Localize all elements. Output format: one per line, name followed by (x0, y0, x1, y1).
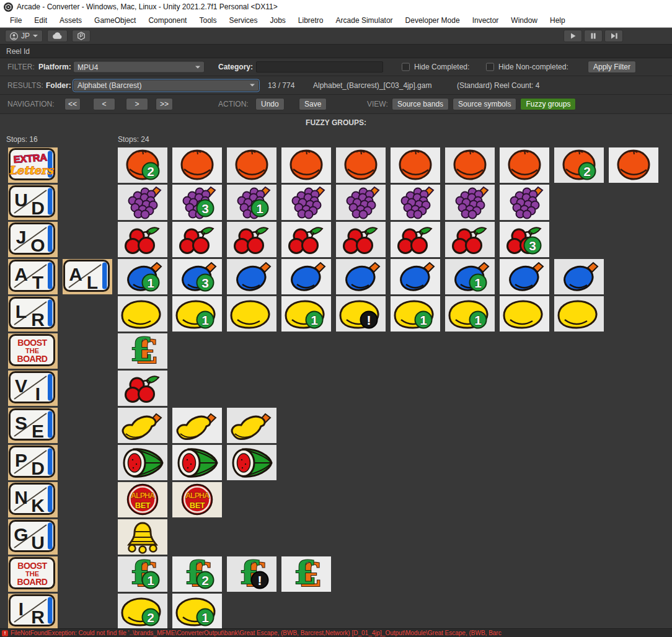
hide-completed-checkbox[interactable] (402, 63, 410, 71)
fuzzy-tile-plum[interactable] (500, 259, 549, 294)
fuzzy-tile-lemon-1[interactable]: 1 (281, 296, 331, 332)
fuzzy-tile-grapes[interactable] (391, 185, 440, 220)
fuzzy-tile-lemon-2[interactable]: 2 (118, 594, 167, 628)
nav-prev-button[interactable]: < (93, 98, 115, 110)
fuzzy-tile-lemon-1[interactable]: 1 (445, 296, 495, 332)
menu-item-services[interactable]: Services (223, 16, 263, 25)
fuzzy-tile-cherries[interactable] (118, 222, 167, 257)
fuzzy-tile-lemon-1[interactable]: 1 (391, 296, 440, 332)
fuzzy-tile-pear[interactable] (227, 408, 276, 443)
menu-item-assets[interactable]: Assets (53, 16, 88, 25)
fuzzy-tile-lemon-1[interactable]: 1 (172, 296, 222, 332)
platform-dropdown[interactable]: MPU4 (73, 61, 205, 73)
fuzzy-tile-plum[interactable] (554, 259, 604, 294)
undo-button[interactable]: Undo (255, 98, 285, 110)
fuzzy-tile-plum[interactable] (391, 259, 440, 294)
fuzzy-tile-plum-1[interactable]: 1 (118, 259, 167, 294)
pause-button[interactable] (584, 30, 603, 42)
apply-filter-button[interactable]: Apply Filter (588, 61, 636, 73)
menu-item-window[interactable]: Window (505, 16, 544, 25)
fuzzy-tile-pound[interactable]: £ £ (281, 556, 331, 592)
stop-tile-lr[interactable]: L R (8, 296, 58, 332)
fuzzy-tile-orange[interactable] (609, 147, 658, 183)
view-source-symbols-button[interactable]: Source symbols (453, 98, 516, 110)
fuzzy-tile-cherries[interactable] (336, 222, 386, 257)
fuzzy-tile-lemon[interactable] (227, 296, 276, 332)
fuzzy-tile-cherries[interactable] (118, 371, 167, 406)
fuzzy-tile-cherries[interactable] (227, 222, 276, 257)
menu-item-arcade-simulator[interactable]: Arcade Simulator (330, 16, 399, 25)
fuzzy-tile-melon[interactable] (118, 445, 167, 480)
stop-tile-boost-the-board[interactable]: BOOST THE BOARD (8, 556, 58, 592)
menu-item-jobs[interactable]: Jobs (263, 16, 291, 25)
fuzzy-tile-pear[interactable] (172, 408, 222, 443)
fuzzy-tile-pear[interactable] (118, 408, 167, 443)
fuzzy-tile-pound-2[interactable]: £ £ 2 (172, 556, 222, 592)
nav-last-button[interactable]: >> (156, 98, 173, 110)
fuzzy-tile-orange[interactable] (227, 147, 276, 183)
menu-item-help[interactable]: Help (544, 16, 572, 25)
account-button[interactable]: JP (5, 30, 43, 42)
fuzzy-tile-grapes[interactable] (118, 185, 167, 220)
fuzzy-tile-cherries[interactable] (391, 222, 440, 257)
fuzzy-tile-plum-3[interactable]: 3 (172, 259, 222, 294)
fuzzy-tile-alphabet[interactable]: ALPHA BET (118, 482, 167, 517)
fuzzy-tile-grapes-3[interactable]: 3 (172, 185, 222, 220)
step-button[interactable] (604, 30, 623, 42)
menu-item-libretro[interactable]: Libretro (292, 16, 330, 25)
category-input[interactable] (256, 61, 383, 72)
nav-next-button[interactable]: > (126, 98, 148, 110)
stop-tile-nk[interactable]: N K (8, 482, 58, 517)
fuzzy-tile-orange[interactable] (281, 147, 331, 183)
fuzzy-tile-plum[interactable] (281, 259, 331, 294)
stop-tile-vi[interactable]: V I (8, 371, 58, 406)
nav-first-button[interactable]: << (64, 98, 81, 110)
view-source-bands-button[interactable]: Source bands (392, 98, 449, 110)
fuzzy-tile-lemon-bang[interactable]: ! (336, 296, 386, 332)
menu-item-tools[interactable]: Tools (193, 16, 223, 25)
fuzzy-tile-grapes[interactable] (445, 185, 495, 220)
fuzzy-tile-lemon-1[interactable]: 1 (172, 594, 222, 628)
fuzzy-tile-plum[interactable] (227, 259, 276, 294)
fuzzy-tile-melon[interactable] (172, 445, 222, 480)
stop-tile-se[interactable]: S E (8, 408, 58, 443)
fuzzy-tile-pound-bang[interactable]: £ £ ! (227, 556, 276, 592)
menu-item-gameobject[interactable]: GameObject (88, 16, 142, 25)
fuzzy-tile-orange[interactable] (172, 147, 222, 183)
status-bar[interactable]: ! FileNotFoundException: Could not find … (0, 628, 672, 637)
fuzzy-tile-plum-1[interactable]: 1 (445, 259, 495, 294)
fuzzy-tile-lemon[interactable] (118, 296, 167, 332)
stop-tile-ir[interactable]: I R (8, 594, 58, 628)
hide-noncompleted-checkbox[interactable] (486, 63, 494, 71)
view-fuzzy-groups-button[interactable]: Fuzzy groups (520, 98, 576, 110)
fuzzy-tile-lemon[interactable] (500, 296, 549, 332)
fuzzy-tile-orange-2[interactable]: 2 (118, 147, 167, 183)
fuzzy-tile-orange[interactable] (336, 147, 386, 183)
stop-tile-gu[interactable]: G U (8, 519, 58, 555)
stop-tile-extra-letters[interactable]: EXTRA Letters (8, 147, 58, 183)
tab-reel-id[interactable]: Reel Id (0, 45, 672, 58)
stop-tile-pd[interactable]: P D (8, 445, 58, 480)
play-button[interactable] (564, 30, 582, 42)
fuzzy-tile-melon[interactable] (227, 445, 276, 480)
stop-tile-boost-the-board[interactable]: BOOST THE BOARD (8, 333, 58, 369)
fuzzy-tile-plum[interactable] (336, 259, 386, 294)
menu-item-developer-mode[interactable]: Developer Mode (399, 16, 466, 25)
fuzzy-tile-grapes-1[interactable]: 1 (227, 185, 276, 220)
fuzzy-tile-orange-2[interactable]: 2 (554, 147, 604, 183)
fuzzy-tile-cherries[interactable] (281, 222, 331, 257)
menu-item-file[interactable]: File (4, 16, 28, 25)
fuzzy-tile-orange[interactable] (500, 147, 549, 183)
save-button[interactable]: Save (299, 98, 327, 110)
fuzzy-tile-grapes[interactable] (500, 185, 549, 220)
menu-item-invector[interactable]: Invector (466, 16, 505, 25)
fuzzy-tile-orange[interactable] (445, 147, 495, 183)
fuzzy-tile-grapes[interactable] (336, 185, 386, 220)
stop-tile-jo[interactable]: J O (8, 222, 58, 257)
fuzzy-tile-pound[interactable]: £ £ (118, 333, 167, 369)
fuzzy-tile-cherries[interactable] (172, 222, 222, 257)
folder-dropdown[interactable]: Alphabet (Barcrest) (73, 79, 259, 91)
fuzzy-tile-cherries-3[interactable]: 3 (500, 222, 549, 257)
fuzzy-tile-lemon[interactable] (554, 296, 604, 332)
stop-tile-al[interactable]: A L (63, 259, 112, 294)
